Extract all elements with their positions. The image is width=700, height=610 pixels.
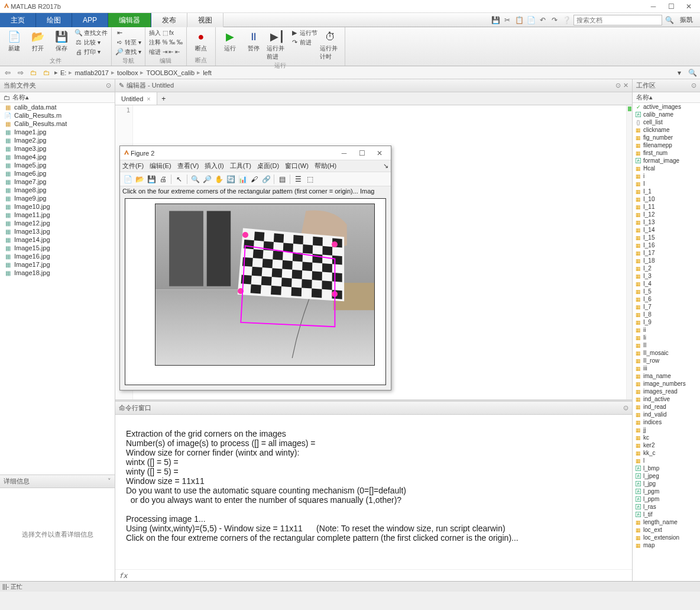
menu-help[interactable]: 帮助(H) [315,162,336,170]
nav-back-button[interactable]: ⇦ [2,67,13,78]
file-item[interactable]: ▦Image10.jpg [0,202,115,211]
ws-menu-icon[interactable]: ⊙ [691,82,696,89]
workspace-var[interactable]: ▦II_mosaic [633,349,700,357]
workspace-var[interactable]: ▦I_17 [633,249,700,257]
figure-titlebar[interactable]: Figure 2 ─ ☐ ✕ [120,146,391,160]
zoom-out-icon[interactable]: 🔎 [202,174,212,185]
menu-edit[interactable]: 编辑(E) [150,162,171,170]
workspace-var[interactable]: ▦loc_ext [633,526,700,534]
goto-button[interactable]: ➪转至 ▾ [115,38,141,47]
nav-back-button[interactable]: ⇤ [115,28,141,37]
file-item[interactable]: ▦Image15.jpg [0,244,115,252]
indent-button[interactable]: 缩进 ⇥ ⇤ ⇤ [149,47,183,56]
pause-button[interactable]: ⏸暂停 [243,28,264,53]
plotedit-icon[interactable]: ⬚ [304,174,315,185]
cmd-menu-icon[interactable]: ⊙ [623,404,628,412]
workspace-var[interactable]: ▦I_7 [633,303,700,311]
editor-minimap[interactable] [626,105,632,399]
workspace-var[interactable]: ▦I_18 [633,257,700,264]
workspace-var[interactable]: ▦iii [633,364,700,372]
workspace-var[interactable]: ▦indices [633,418,700,426]
close-button[interactable]: ✕ [680,1,698,12]
qat-cut-icon[interactable]: ✂ [503,15,512,25]
figure-close-button[interactable]: ✕ [371,147,388,159]
workspace-var[interactable]: {}cell_list [633,118,700,126]
menu-tools[interactable]: 工具(T) [230,162,251,170]
workspace-var[interactable]: ▦I_13 [633,218,700,226]
run-time-button[interactable]: ⏱运行并计时 [320,28,341,61]
qat-copy-icon[interactable]: 📋 [514,15,524,25]
search-docs-input[interactable] [573,15,662,25]
browse-icon[interactable]: 🗀 [28,67,39,78]
workspace-var[interactable]: ▦first_num [633,149,700,157]
workspace-var[interactable]: 🄰l_jpeg [633,472,700,480]
menu-desktop[interactable]: 桌面(D) [257,162,279,170]
workspace-var[interactable]: ▦I_14 [633,226,700,234]
file-item[interactable]: ▦Image11.jpg [0,211,115,219]
workspace-var[interactable]: ▦ii [633,326,700,334]
menu-insert[interactable]: 插入(I) [205,162,223,170]
workspace-var[interactable]: ▦I_9 [633,318,700,326]
workspace-var[interactable]: ▦ind_valid [633,411,700,418]
search-icon[interactable]: 🔍 [665,15,674,25]
editor-tab-untitled[interactable]: Untitled × [115,92,157,105]
figure-maximize-button[interactable]: ☐ [353,147,371,159]
current-folder-column-header[interactable]: 🗀 名称 ▴ [0,92,115,103]
new-figure-icon[interactable]: 📄 [122,174,133,185]
workspace-var[interactable]: ▦I_8 [633,311,700,318]
workspace-var[interactable]: ▦I_5 [633,288,700,295]
menu-view[interactable]: 查看(V) [177,162,199,170]
pan-icon[interactable]: ✋ [213,174,224,185]
datacursor-icon[interactable]: 📊 [237,174,248,185]
file-item[interactable]: ▦Image14.jpg [0,235,115,244]
colorbar-icon[interactable]: ▤ [277,174,287,185]
file-item[interactable]: ▦Image9.jpg [0,194,115,202]
menu-file[interactable]: 文件(F) [122,162,144,170]
workspace-var[interactable]: ▦fig_number [633,134,700,141]
workspace-var[interactable]: ▦jj [633,426,700,434]
editor-menu-icon[interactable]: ⊙ [615,82,621,89]
workspace-var[interactable]: 🄰format_image [633,157,700,164]
nav-forward-button[interactable]: ⇨ [15,67,26,78]
editor-close-icon[interactable]: ✕ [623,82,628,89]
file-item[interactable]: ▦Image1.jpg [0,128,115,136]
workspace-var[interactable]: ▦ind_read [633,403,700,411]
new-button[interactable]: 📄新建 [4,28,25,53]
workspace-var[interactable]: ▦kk_c [633,449,700,457]
file-item[interactable]: ▦calib_data.mat [0,103,115,111]
qat-redo-icon[interactable]: ↷ [550,15,559,25]
file-item[interactable]: ▦Image12.jpg [0,219,115,227]
tab-apps[interactable]: APP [72,13,108,27]
user-label[interactable]: 振凯 [676,15,696,24]
file-item[interactable]: ▦Image2.jpg [0,136,115,144]
file-item[interactable]: 📄Calib_Results.m [0,111,115,120]
browse-icon-2[interactable]: 🗀 [41,67,52,78]
workspace-var[interactable]: ▦I_4 [633,280,700,288]
brush-icon[interactable]: 🖌 [249,174,260,185]
workspace-var[interactable]: ▦I_1 [633,188,700,195]
close-icon[interactable]: × [147,95,150,102]
print-figure-icon[interactable]: 🖨 [158,174,168,185]
rotate-icon[interactable]: 🔄 [225,174,236,185]
compare-button[interactable]: ⚖比较 ▾ [74,38,108,47]
find-button[interactable]: 🔎查找 ▾ [115,47,141,56]
workspace-var[interactable]: ▦kc [633,434,700,441]
dropdown-icon[interactable]: ▾ [674,67,685,78]
save-button[interactable]: 💾保存 [51,28,72,53]
file-item[interactable]: ▦Image5.jpg [0,161,115,169]
file-item[interactable]: ▦Calib_Results.mat [0,120,115,128]
workspace-var[interactable]: ▦II_row [633,357,700,364]
file-item[interactable]: ▦Image16.jpg [0,252,115,260]
workspace-var[interactable]: ▦I_3 [633,272,700,280]
run-section-button[interactable]: ▶运行节 [290,28,317,37]
details-collapse-icon[interactable]: ˅ [108,477,111,485]
workspace-var[interactable]: ▦II [633,341,700,349]
zoom-in-icon[interactable]: 🔍 [190,174,200,185]
menu-extra-icon[interactable]: ↘ [383,162,388,170]
open-button[interactable]: 📂打开 [27,28,48,53]
workspace-column-header[interactable]: 名称 ▴ [633,92,700,103]
workspace-var[interactable]: ▦I [633,180,700,188]
pointer-icon[interactable]: ↖ [174,174,184,185]
workspace-var[interactable]: ▦ima_name [633,372,700,380]
panel-menu-icon[interactable]: ⊙ [106,82,111,89]
